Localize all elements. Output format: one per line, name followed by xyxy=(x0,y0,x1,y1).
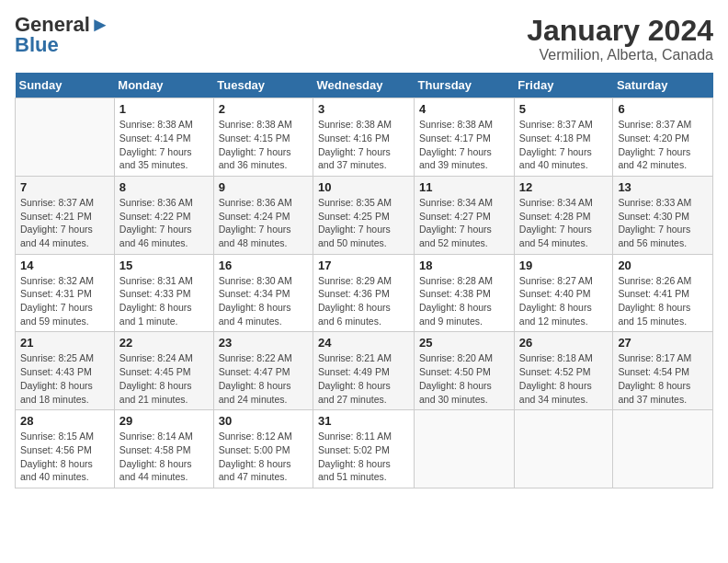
calendar-week-row: 21Sunrise: 8:25 AM Sunset: 4:43 PM Dayli… xyxy=(16,332,713,410)
day-number: 2 xyxy=(219,102,308,116)
calendar-cell: 8Sunrise: 8:36 AM Sunset: 4:22 PM Daylig… xyxy=(114,176,213,254)
day-info: Sunrise: 8:18 AM Sunset: 4:52 PM Dayligh… xyxy=(519,351,609,406)
calendar-subtitle: Vermilion, Alberta, Canada xyxy=(527,47,713,63)
day-number: 20 xyxy=(618,259,708,272)
day-info: Sunrise: 8:26 AM Sunset: 4:41 PM Dayligh… xyxy=(618,274,708,328)
calendar-header-row: SundayMondayTuesdayWednesdayThursdayFrid… xyxy=(16,73,713,98)
calendar-cell: 7Sunrise: 8:37 AM Sunset: 4:21 PM Daylig… xyxy=(16,176,115,254)
day-info: Sunrise: 8:31 AM Sunset: 4:33 PM Dayligh… xyxy=(119,274,209,328)
calendar-cell xyxy=(613,410,713,488)
day-info: Sunrise: 8:34 AM Sunset: 4:27 PM Dayligh… xyxy=(419,196,509,250)
day-number: 19 xyxy=(519,259,609,272)
calendar-cell: 27Sunrise: 8:17 AM Sunset: 4:54 PM Dayli… xyxy=(613,332,713,410)
day-number: 16 xyxy=(219,259,308,272)
calendar-cell: 1Sunrise: 8:38 AM Sunset: 4:14 PM Daylig… xyxy=(114,98,213,177)
day-info: Sunrise: 8:34 AM Sunset: 4:28 PM Dayligh… xyxy=(519,196,609,250)
day-number: 25 xyxy=(419,336,509,350)
day-of-week-thursday: Thursday xyxy=(415,73,515,98)
day-number: 11 xyxy=(419,180,509,194)
day-info: Sunrise: 8:28 AM Sunset: 4:38 PM Dayligh… xyxy=(419,274,509,328)
day-info: Sunrise: 8:37 AM Sunset: 4:20 PM Dayligh… xyxy=(618,118,708,172)
logo-text: General► Blue xyxy=(15,15,110,55)
day-number: 18 xyxy=(419,259,509,272)
day-number: 23 xyxy=(219,336,308,350)
day-number: 17 xyxy=(318,259,409,272)
day-info: Sunrise: 8:27 AM Sunset: 4:40 PM Dayligh… xyxy=(519,274,609,328)
calendar-cell: 18Sunrise: 8:28 AM Sunset: 4:38 PM Dayli… xyxy=(415,254,515,332)
day-of-week-saturday: Saturday xyxy=(613,73,713,98)
calendar-cell: 20Sunrise: 8:26 AM Sunset: 4:41 PM Dayli… xyxy=(613,254,713,332)
calendar-cell: 25Sunrise: 8:20 AM Sunset: 4:50 PM Dayli… xyxy=(415,332,515,410)
calendar-cell: 24Sunrise: 8:21 AM Sunset: 4:49 PM Dayli… xyxy=(313,332,415,410)
day-number: 28 xyxy=(20,414,109,428)
day-number: 26 xyxy=(519,336,609,350)
day-info: Sunrise: 8:33 AM Sunset: 4:30 PM Dayligh… xyxy=(618,196,708,250)
calendar-cell: 14Sunrise: 8:32 AM Sunset: 4:31 PM Dayli… xyxy=(16,254,115,332)
calendar-cell: 3Sunrise: 8:38 AM Sunset: 4:16 PM Daylig… xyxy=(313,98,415,177)
day-of-week-tuesday: Tuesday xyxy=(213,73,313,98)
day-of-week-monday: Monday xyxy=(114,73,213,98)
day-info: Sunrise: 8:36 AM Sunset: 4:22 PM Dayligh… xyxy=(119,196,209,250)
calendar-cell: 22Sunrise: 8:24 AM Sunset: 4:45 PM Dayli… xyxy=(114,332,213,410)
calendar-cell xyxy=(415,410,515,488)
day-of-week-sunday: Sunday xyxy=(16,73,115,98)
day-info: Sunrise: 8:15 AM Sunset: 4:56 PM Dayligh… xyxy=(20,430,109,484)
calendar-cell: 17Sunrise: 8:29 AM Sunset: 4:36 PM Dayli… xyxy=(313,254,415,332)
day-of-week-wednesday: Wednesday xyxy=(313,73,415,98)
day-number: 30 xyxy=(219,414,308,428)
calendar-week-row: 14Sunrise: 8:32 AM Sunset: 4:31 PM Dayli… xyxy=(16,254,713,332)
day-number: 12 xyxy=(519,180,609,194)
day-number: 8 xyxy=(119,180,209,194)
logo: General► Blue xyxy=(15,15,110,55)
calendar-cell xyxy=(16,98,115,177)
day-info: Sunrise: 8:32 AM Sunset: 4:31 PM Dayligh… xyxy=(20,274,109,328)
calendar-week-row: 7Sunrise: 8:37 AM Sunset: 4:21 PM Daylig… xyxy=(16,176,713,254)
day-info: Sunrise: 8:36 AM Sunset: 4:24 PM Dayligh… xyxy=(219,196,308,250)
day-info: Sunrise: 8:37 AM Sunset: 4:18 PM Dayligh… xyxy=(519,118,609,172)
title-area: January 2024 Vermilion, Alberta, Canada xyxy=(527,15,713,63)
day-info: Sunrise: 8:38 AM Sunset: 4:17 PM Dayligh… xyxy=(419,118,509,172)
calendar-cell: 2Sunrise: 8:38 AM Sunset: 4:15 PM Daylig… xyxy=(213,98,313,177)
day-info: Sunrise: 8:35 AM Sunset: 4:25 PM Dayligh… xyxy=(318,196,409,250)
day-info: Sunrise: 8:24 AM Sunset: 4:45 PM Dayligh… xyxy=(119,351,209,406)
day-number: 13 xyxy=(618,180,708,194)
calendar-cell: 11Sunrise: 8:34 AM Sunset: 4:27 PM Dayli… xyxy=(415,176,515,254)
calendar-cell: 16Sunrise: 8:30 AM Sunset: 4:34 PM Dayli… xyxy=(213,254,313,332)
calendar-cell: 4Sunrise: 8:38 AM Sunset: 4:17 PM Daylig… xyxy=(415,98,515,177)
day-number: 9 xyxy=(219,180,308,194)
header: General► Blue January 2024 Vermilion, Al… xyxy=(15,15,713,63)
day-number: 10 xyxy=(318,180,409,194)
calendar-title: January 2024 xyxy=(527,15,713,47)
day-number: 6 xyxy=(618,102,708,116)
day-info: Sunrise: 8:29 AM Sunset: 4:36 PM Dayligh… xyxy=(318,274,409,328)
day-info: Sunrise: 8:11 AM Sunset: 5:02 PM Dayligh… xyxy=(318,430,409,484)
calendar-cell: 12Sunrise: 8:34 AM Sunset: 4:28 PM Dayli… xyxy=(514,176,613,254)
calendar-cell: 19Sunrise: 8:27 AM Sunset: 4:40 PM Dayli… xyxy=(514,254,613,332)
day-info: Sunrise: 8:17 AM Sunset: 4:54 PM Dayligh… xyxy=(618,351,708,406)
calendar-cell: 21Sunrise: 8:25 AM Sunset: 4:43 PM Dayli… xyxy=(16,332,115,410)
day-number: 31 xyxy=(318,414,409,428)
day-info: Sunrise: 8:21 AM Sunset: 4:49 PM Dayligh… xyxy=(318,351,409,406)
day-info: Sunrise: 8:25 AM Sunset: 4:43 PM Dayligh… xyxy=(20,351,109,406)
day-info: Sunrise: 8:22 AM Sunset: 4:47 PM Dayligh… xyxy=(219,351,308,406)
day-number: 21 xyxy=(20,336,109,350)
day-number: 3 xyxy=(318,102,409,116)
day-info: Sunrise: 8:38 AM Sunset: 4:16 PM Dayligh… xyxy=(318,118,409,172)
calendar-cell: 23Sunrise: 8:22 AM Sunset: 4:47 PM Dayli… xyxy=(213,332,313,410)
calendar-cell: 5Sunrise: 8:37 AM Sunset: 4:18 PM Daylig… xyxy=(514,98,613,177)
day-number: 15 xyxy=(119,259,209,272)
calendar-table: SundayMondayTuesdayWednesdayThursdayFrid… xyxy=(15,73,713,488)
day-number: 1 xyxy=(119,102,209,116)
calendar-week-row: 28Sunrise: 8:15 AM Sunset: 4:56 PM Dayli… xyxy=(16,410,713,488)
day-info: Sunrise: 8:37 AM Sunset: 4:21 PM Dayligh… xyxy=(20,196,109,250)
day-number: 29 xyxy=(119,414,209,428)
day-info: Sunrise: 8:14 AM Sunset: 4:58 PM Dayligh… xyxy=(119,430,209,484)
day-number: 5 xyxy=(519,102,609,116)
day-number: 4 xyxy=(419,102,509,116)
day-number: 24 xyxy=(318,336,409,350)
day-number: 22 xyxy=(119,336,209,350)
calendar-cell: 6Sunrise: 8:37 AM Sunset: 4:20 PM Daylig… xyxy=(613,98,713,177)
day-of-week-friday: Friday xyxy=(514,73,613,98)
calendar-cell: 26Sunrise: 8:18 AM Sunset: 4:52 PM Dayli… xyxy=(514,332,613,410)
day-number: 27 xyxy=(618,336,708,350)
